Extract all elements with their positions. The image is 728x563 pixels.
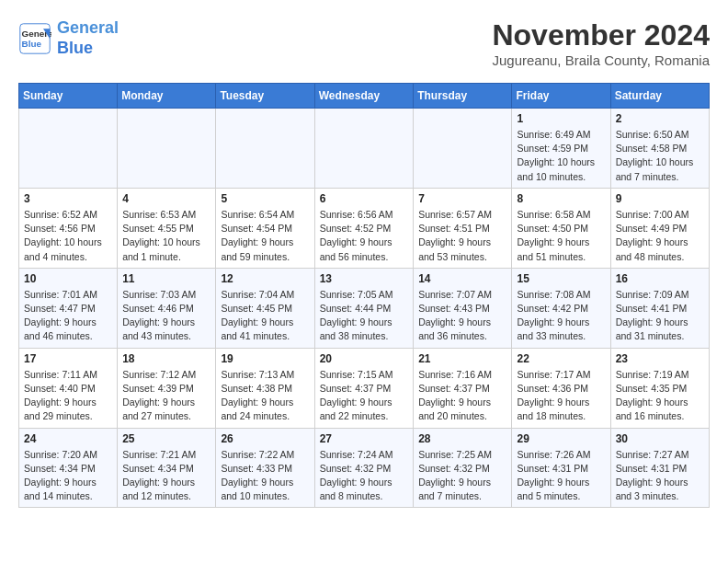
day-number: 22 [517, 352, 605, 365]
calendar-cell-3-2: 19Sunrise: 7:13 AM Sunset: 4:38 PM Dayli… [216, 348, 314, 428]
week-row-2: 10Sunrise: 7:01 AM Sunset: 4:47 PM Dayli… [19, 268, 710, 348]
day-info: Sunrise: 7:12 AM Sunset: 4:39 PM Dayligh… [122, 368, 210, 424]
day-info: Sunrise: 7:20 AM Sunset: 4:34 PM Dayligh… [24, 448, 112, 504]
day-info: Sunrise: 7:16 AM Sunset: 4:37 PM Dayligh… [418, 368, 506, 424]
calendar-cell-1-1: 4Sunrise: 6:53 AM Sunset: 4:55 PM Daylig… [118, 188, 216, 268]
day-info: Sunrise: 7:00 AM Sunset: 4:49 PM Dayligh… [616, 208, 704, 264]
calendar-cell-1-5: 8Sunrise: 6:58 AM Sunset: 4:50 PM Daylig… [512, 188, 610, 268]
day-info: Sunrise: 7:21 AM Sunset: 4:34 PM Dayligh… [122, 448, 210, 504]
calendar-cell-1-2: 5Sunrise: 6:54 AM Sunset: 4:54 PM Daylig… [216, 188, 314, 268]
calendar-cell-1-6: 9Sunrise: 7:00 AM Sunset: 4:49 PM Daylig… [610, 188, 709, 268]
week-row-1: 3Sunrise: 6:52 AM Sunset: 4:56 PM Daylig… [19, 188, 710, 268]
calendar-cell-0-2 [216, 109, 314, 189]
calendar: SundayMondayTuesdayWednesdayThursdayFrid… [18, 83, 710, 508]
week-row-4: 24Sunrise: 7:20 AM Sunset: 4:34 PM Dayli… [19, 428, 710, 508]
calendar-cell-2-3: 13Sunrise: 7:05 AM Sunset: 4:44 PM Dayli… [314, 268, 414, 348]
calendar-cell-0-1 [118, 109, 216, 189]
day-number: 15 [517, 272, 605, 285]
calendar-cell-3-5: 22Sunrise: 7:17 AM Sunset: 4:36 PM Dayli… [512, 348, 610, 428]
day-number: 8 [517, 192, 605, 205]
location-title: Jugureanu, Braila County, Romania [492, 52, 710, 68]
calendar-cell-1-4: 7Sunrise: 6:57 AM Sunset: 4:51 PM Daylig… [414, 188, 512, 268]
day-number: 21 [418, 352, 506, 365]
day-info: Sunrise: 7:11 AM Sunset: 4:40 PM Dayligh… [24, 368, 112, 424]
day-number: 30 [616, 432, 704, 445]
calendar-cell-4-4: 28Sunrise: 7:25 AM Sunset: 4:32 PM Dayli… [414, 428, 512, 508]
calendar-cell-3-3: 20Sunrise: 7:15 AM Sunset: 4:37 PM Dayli… [314, 348, 414, 428]
day-info: Sunrise: 7:19 AM Sunset: 4:35 PM Dayligh… [616, 368, 704, 424]
logo-text: General Blue [57, 18, 119, 58]
day-number: 12 [221, 272, 309, 285]
calendar-cell-0-3 [314, 109, 414, 189]
day-number: 24 [24, 432, 112, 445]
day-number: 19 [221, 352, 309, 365]
calendar-cell-2-5: 15Sunrise: 7:08 AM Sunset: 4:42 PM Dayli… [512, 268, 610, 348]
svg-text:Blue: Blue [22, 39, 42, 49]
calendar-cell-2-6: 16Sunrise: 7:09 AM Sunset: 4:41 PM Dayli… [610, 268, 709, 348]
day-info: Sunrise: 7:03 AM Sunset: 4:46 PM Dayligh… [122, 288, 210, 344]
day-info: Sunrise: 7:24 AM Sunset: 4:32 PM Dayligh… [320, 448, 409, 504]
day-number: 28 [418, 432, 506, 445]
calendar-cell-2-2: 12Sunrise: 7:04 AM Sunset: 4:45 PM Dayli… [216, 268, 314, 348]
day-number: 2 [616, 112, 704, 125]
day-info: Sunrise: 7:22 AM Sunset: 4:33 PM Dayligh… [221, 448, 309, 504]
logo: General Blue General Blue [18, 18, 119, 58]
day-number: 10 [24, 272, 112, 285]
weekday-header-friday: Friday [512, 84, 610, 109]
calendar-cell-4-0: 24Sunrise: 7:20 AM Sunset: 4:34 PM Dayli… [19, 428, 118, 508]
month-title: November 2024 [492, 18, 710, 52]
day-number: 5 [221, 192, 309, 205]
header: General Blue General Blue November 2024 … [18, 18, 710, 68]
day-number: 16 [616, 272, 704, 285]
day-number: 23 [616, 352, 704, 365]
day-number: 13 [320, 272, 409, 285]
day-info: Sunrise: 7:08 AM Sunset: 4:42 PM Dayligh… [517, 288, 605, 344]
calendar-cell-4-2: 26Sunrise: 7:22 AM Sunset: 4:33 PM Dayli… [216, 428, 314, 508]
day-number: 14 [418, 272, 506, 285]
day-info: Sunrise: 6:54 AM Sunset: 4:54 PM Dayligh… [221, 208, 309, 264]
logo-icon: General Blue [18, 22, 51, 55]
day-number: 6 [320, 192, 409, 205]
week-row-3: 17Sunrise: 7:11 AM Sunset: 4:40 PM Dayli… [19, 348, 710, 428]
week-row-0: 1Sunrise: 6:49 AM Sunset: 4:59 PM Daylig… [19, 109, 710, 189]
calendar-cell-3-0: 17Sunrise: 7:11 AM Sunset: 4:40 PM Dayli… [19, 348, 118, 428]
day-number: 25 [122, 432, 210, 445]
calendar-cell-3-6: 23Sunrise: 7:19 AM Sunset: 4:35 PM Dayli… [610, 348, 709, 428]
day-info: Sunrise: 6:57 AM Sunset: 4:51 PM Dayligh… [418, 208, 506, 264]
day-info: Sunrise: 6:52 AM Sunset: 4:56 PM Dayligh… [24, 208, 112, 264]
day-info: Sunrise: 7:25 AM Sunset: 4:32 PM Dayligh… [418, 448, 506, 504]
day-info: Sunrise: 6:58 AM Sunset: 4:50 PM Dayligh… [517, 208, 605, 264]
weekday-header-sunday: Sunday [19, 84, 118, 109]
day-number: 29 [517, 432, 605, 445]
calendar-cell-0-4 [414, 109, 512, 189]
day-info: Sunrise: 7:27 AM Sunset: 4:31 PM Dayligh… [616, 448, 704, 504]
day-number: 7 [418, 192, 506, 205]
day-number: 18 [122, 352, 210, 365]
calendar-cell-4-6: 30Sunrise: 7:27 AM Sunset: 4:31 PM Dayli… [610, 428, 709, 508]
calendar-cell-3-4: 21Sunrise: 7:16 AM Sunset: 4:37 PM Dayli… [414, 348, 512, 428]
calendar-cell-2-0: 10Sunrise: 7:01 AM Sunset: 4:47 PM Dayli… [19, 268, 118, 348]
day-info: Sunrise: 7:09 AM Sunset: 4:41 PM Dayligh… [616, 288, 704, 344]
weekday-header-row: SundayMondayTuesdayWednesdayThursdayFrid… [19, 84, 710, 109]
day-number: 26 [221, 432, 309, 445]
day-info: Sunrise: 7:13 AM Sunset: 4:38 PM Dayligh… [221, 368, 309, 424]
calendar-cell-1-0: 3Sunrise: 6:52 AM Sunset: 4:56 PM Daylig… [19, 188, 118, 268]
day-info: Sunrise: 7:26 AM Sunset: 4:31 PM Dayligh… [517, 448, 605, 504]
day-info: Sunrise: 6:53 AM Sunset: 4:55 PM Dayligh… [122, 208, 210, 264]
day-info: Sunrise: 7:07 AM Sunset: 4:43 PM Dayligh… [418, 288, 506, 344]
calendar-cell-1-3: 6Sunrise: 6:56 AM Sunset: 4:52 PM Daylig… [314, 188, 414, 268]
calendar-cell-0-6: 2Sunrise: 6:50 AM Sunset: 4:58 PM Daylig… [610, 109, 709, 189]
day-info: Sunrise: 6:56 AM Sunset: 4:52 PM Dayligh… [320, 208, 409, 264]
calendar-cell-4-5: 29Sunrise: 7:26 AM Sunset: 4:31 PM Dayli… [512, 428, 610, 508]
day-number: 4 [122, 192, 210, 205]
calendar-cell-2-4: 14Sunrise: 7:07 AM Sunset: 4:43 PM Dayli… [414, 268, 512, 348]
calendar-cell-0-0 [19, 109, 118, 189]
calendar-cell-4-1: 25Sunrise: 7:21 AM Sunset: 4:34 PM Dayli… [118, 428, 216, 508]
day-info: Sunrise: 6:49 AM Sunset: 4:59 PM Dayligh… [517, 128, 605, 184]
day-number: 20 [320, 352, 409, 365]
day-number: 11 [122, 272, 210, 285]
day-number: 1 [517, 112, 605, 125]
weekday-header-wednesday: Wednesday [314, 84, 414, 109]
day-info: Sunrise: 7:05 AM Sunset: 4:44 PM Dayligh… [320, 288, 409, 344]
day-info: Sunrise: 7:01 AM Sunset: 4:47 PM Dayligh… [24, 288, 112, 344]
